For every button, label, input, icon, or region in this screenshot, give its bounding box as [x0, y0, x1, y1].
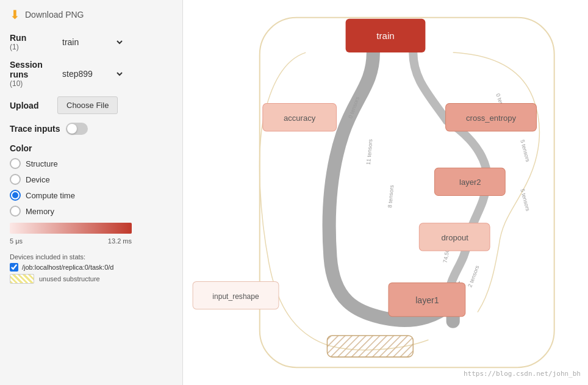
- svg-text:cross_entropy: cross_entropy: [466, 113, 517, 123]
- svg-text:accuracy: accuracy: [284, 113, 316, 123]
- color-option-device[interactable]: Device: [10, 173, 173, 186]
- unused-substructure-row: unused substructure: [10, 274, 173, 284]
- color-bar-labels: 5 μs 13.2 ms: [10, 237, 132, 245]
- color-option-memory[interactable]: Memory: [10, 204, 173, 218]
- hatch-box: [10, 274, 34, 284]
- download-label[interactable]: Download PNG: [25, 10, 84, 20]
- radio-device: [10, 174, 21, 185]
- color-gradient-bar: [10, 223, 132, 234]
- session-runs-dropdown[interactable]: step899: [57, 67, 124, 81]
- trace-inputs-toggle[interactable]: [66, 123, 88, 135]
- svg-text:train: train: [376, 31, 394, 41]
- devices-heading: Devices included in stats:: [10, 253, 85, 261]
- svg-text:5 tensors: 5 tensors: [519, 188, 531, 212]
- device-name: /job:localhost/replica:0/task:0/d: [22, 264, 113, 271]
- color-section: Color Structure Device Compute time Memo…: [10, 143, 173, 245]
- watermark: https://blog.csdn.net/john_bh: [464, 370, 581, 378]
- device-checkbox[interactable]: [10, 263, 18, 272]
- choose-file-button[interactable]: Choose File: [57, 96, 118, 114]
- svg-text:5 tensors: 5 tensors: [519, 139, 531, 163]
- svg-rect-24: [327, 336, 413, 357]
- color-bar-max: 13.2 ms: [108, 237, 132, 245]
- radio-compute-time: [10, 190, 21, 201]
- color-option-structure[interactable]: Structure: [10, 157, 173, 170]
- graph-area: 0 tensors 11 tensors 8 tensors 74,500 2 …: [183, 0, 588, 385]
- session-label: Sessionruns: [10, 60, 52, 79]
- run-label: Run: [10, 33, 52, 43]
- svg-text:layer1: layer1: [415, 295, 439, 305]
- unused-label: unused substructure: [39, 275, 100, 282]
- run-sublabel: (1): [10, 43, 52, 51]
- color-option-device-label: Device: [26, 175, 50, 184]
- graph-svg: 0 tensors 11 tensors 8 tensors 74,500 2 …: [183, 0, 588, 385]
- color-option-compute-time[interactable]: Compute time: [10, 189, 173, 202]
- color-option-memory-label: Memory: [26, 207, 54, 216]
- color-option-structure-label: Structure: [26, 159, 58, 168]
- svg-text:layer2: layer2: [459, 178, 481, 187]
- svg-text:8 tensors: 8 tensors: [387, 184, 395, 207]
- radio-structure: [10, 158, 21, 169]
- svg-text:input_reshape: input_reshape: [212, 292, 259, 301]
- session-sublabel: (10): [10, 79, 52, 88]
- run-row: Run (1) train: [10, 33, 173, 51]
- left-panel: ⬇ Download PNG Run (1) train Sessionruns…: [0, 0, 183, 385]
- trace-inputs-label: Trace inputs: [10, 124, 60, 134]
- session-label-block: Sessionruns (10): [10, 60, 52, 88]
- download-icon: ⬇: [10, 7, 20, 22]
- upload-row: Upload Choose File: [10, 96, 173, 114]
- color-label: Color: [10, 143, 173, 153]
- color-option-compute-time-label: Compute time: [26, 191, 75, 200]
- download-row: ⬇ Download PNG: [10, 7, 173, 24]
- svg-text:2 tensors: 2 tensors: [467, 264, 480, 288]
- devices-section: Devices included in stats: /job:localhos…: [10, 253, 173, 284]
- trace-inputs-row: Trace inputs: [10, 123, 173, 135]
- upload-label: Upload: [10, 101, 52, 110]
- session-runs-row: Sessionruns (10) step899: [10, 60, 173, 88]
- radio-memory: [10, 206, 21, 217]
- run-dropdown[interactable]: train: [57, 35, 124, 49]
- color-bar-min: 5 μs: [10, 237, 23, 245]
- run-label-block: Run (1): [10, 33, 52, 51]
- svg-text:dropout: dropout: [442, 233, 469, 242]
- device-checkbox-row: /job:localhost/replica:0/task:0/d: [10, 263, 173, 272]
- svg-text:11 tensors: 11 tensors: [365, 139, 374, 165]
